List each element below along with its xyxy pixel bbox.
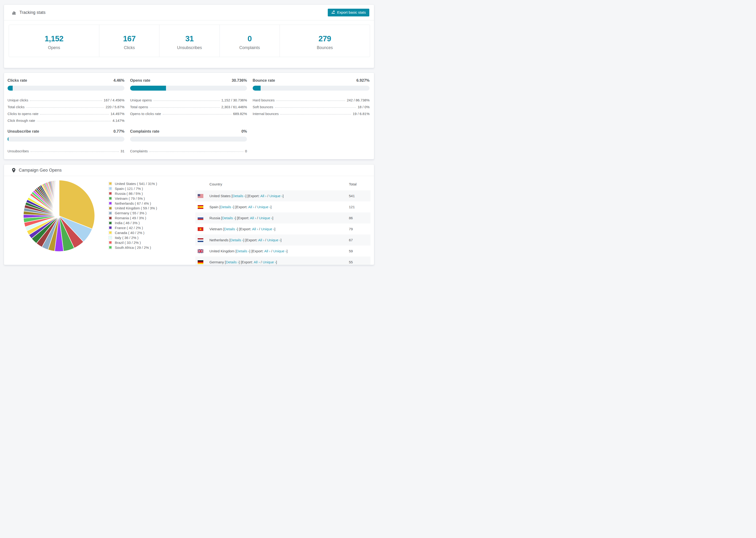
legend-label: Spain ( 121 / 7% ) [115,187,143,190]
export-unique-link[interactable]: Unique › [269,194,283,198]
stat-label: Complaints [220,45,280,50]
export-unique-link[interactable]: Unique › [261,227,274,231]
tracking-stats-card: Tracking stats Export basic stats 1,152 … [4,4,374,68]
legend-swatch [108,206,112,210]
details-link[interactable]: Details › [224,227,237,231]
legend-item-russia: Russia ( 86 / 5% ) [108,191,157,196]
legend-item-brazil: Brazil ( 33 / 2% ) [108,240,157,245]
legend-item-france: France ( 42 / 2% ) [108,225,157,230]
country-cell: United Kingdom [Details ›] [Export: All … [209,249,349,253]
pie-legend: United States ( 541 / 31% ) Spain ( 121 … [108,181,157,250]
rate-detail-label: Clicks to opens rate [8,112,38,116]
total-cell: 55 [349,260,370,264]
rate-progress-fill [8,136,9,141]
export-all-link[interactable]: All › [260,194,266,198]
rate-progress-track [8,136,125,141]
rate-detail-label: Total clicks [8,105,25,109]
geo-opens-pie-chart [23,180,95,252]
stat-bounces: 279 Bounces [280,25,370,57]
export-all-link[interactable]: All › [253,260,260,264]
country-cell: Netherlands [Details ›] [Export: All › /… [209,238,349,242]
geo-table-row-united-kingdom: United Kingdom [Details ›] [Export: All … [195,245,370,256]
export-unique-link[interactable]: Unique › [257,205,270,209]
stat-label: Unsubscribes [159,45,219,50]
details-link[interactable]: Details › [233,194,245,198]
stats-summary-row: 1,152 Opens 167 Clicks 31 Unsubscribes 0… [9,25,370,57]
rate-section-unsubscribe-rate: Unsubscribe rate 0.77% Unsubscribes 31 [8,129,125,153]
rate-detail-label: Unsubscribes [8,149,29,153]
legend-label: Vietnam ( 79 / 5% ) [115,196,145,200]
export-unique-link[interactable]: Unique › [263,260,276,264]
export-unique-link[interactable]: Unique › [259,216,272,220]
rate-progress-fill [8,86,13,91]
rate-section-bounce-rate: Bounce rate 6.927% Hard bounces 242 / 86… [253,78,369,123]
total-cell: 541 [349,194,370,198]
dashboard-page: Tracking stats Export basic stats 1,152 … [0,0,378,269]
country-column-header: Country [209,182,349,187]
legend-swatch [108,246,112,249]
rate-detail-row: Clicks to opens rate 14.497% [8,109,125,116]
dotted-leader [163,114,232,115]
stat-label: Clicks [99,45,159,50]
legend-label: Russia ( 86 / 5% ) [115,191,143,195]
export-all-link[interactable]: All › [258,238,264,242]
country-cell: Spain [Details ›] [Export: All › / Uniqu… [209,205,349,209]
total-cell: 67 [349,238,370,242]
rate-detail-value: 220 / 5.87% [106,105,125,109]
rate-title: Complaints rate [130,129,159,134]
dotted-leader [30,151,119,152]
legend-label: South Africa ( 29 / 2% ) [115,245,151,249]
stat-value: 1,152 [9,34,99,43]
export-unique-link[interactable]: Unique › [273,249,287,253]
rate-detail-label: Hard bounces [253,98,274,102]
rate-section-complaints-rate: Complaints rate 0% Complaints 0 [130,129,247,153]
rate-section-opens-rate: Opens rate 30.736% Unique opens 1,152 / … [130,78,247,123]
dotted-leader [149,151,243,152]
export-all-link[interactable]: All › [250,216,256,220]
legend-swatch [108,241,112,244]
legend-swatch [108,211,112,215]
dotted-leader [280,114,351,115]
export-all-link[interactable]: All › [248,205,254,209]
total-cell: 59 [349,249,370,253]
legend-item-germany: Germany ( 55 / 3% ) [108,211,157,215]
legend-swatch [108,187,112,190]
export-basic-stats-button[interactable]: Export basic stats [328,9,369,17]
rate-detail-row: Complaints 0 [130,146,247,153]
rate-detail-label: Complaints [130,149,148,153]
geo-table-row-russia: Russia [Details ›] [Export: All › / Uniq… [195,212,370,224]
legend-label: Canada ( 40 / 2% ) [115,231,144,235]
legend-label: Germany ( 55 / 3% ) [115,211,146,215]
geo-section-title: Campaign Geo Opens [19,168,62,173]
export-all-link[interactable]: All › [264,249,270,253]
legend-item-spain: Spain ( 121 / 7% ) [108,186,157,191]
rate-progress-track [130,86,247,91]
details-link[interactable]: Details › [226,260,239,264]
details-link[interactable]: Details › [220,205,233,209]
rate-detail-row: Unique opens 1,152 / 30.736% [130,95,247,102]
stat-value: 31 [159,34,219,43]
details-link[interactable]: Details › [222,216,235,220]
rates-card: Clicks rate 4.46% Unique clicks 167 / 4.… [4,73,374,159]
legend-label: United Kingdom ( 59 / 3% ) [115,206,157,210]
legend-item-south-africa: South Africa ( 29 / 2% ) [108,245,157,250]
rate-detail-value: 242 / 86.738% [347,98,369,102]
dotted-leader [153,100,220,101]
total-column-header: Total [349,182,370,187]
rate-title: Clicks rate [8,78,27,82]
stat-clicks: 167 Clicks [99,25,159,57]
geo-table-row-spain: Spain [Details ›] [Export: All › / Uniqu… [195,201,370,212]
export-all-link[interactable]: All › [252,227,258,231]
export-unique-link[interactable]: Unique › [267,238,281,242]
country-cell: Germany [Details ›] [Export: All › / Uni… [209,260,349,264]
legend-item-canada: Canada ( 40 / 2% ) [108,230,157,235]
page-title: Tracking stats [20,10,45,15]
rate-detail-value: 689.82% [233,112,247,116]
rate-detail-label: Unique opens [130,98,152,102]
details-link[interactable]: Details › [230,238,243,242]
legend-label: France ( 42 / 2% ) [115,226,143,230]
rate-value: 4.46% [113,78,125,82]
rate-value: 0% [242,129,247,134]
geo-table-row-germany: Germany [Details ›] [Export: All › / Uni… [195,256,370,265]
details-link[interactable]: Details › [237,249,249,253]
